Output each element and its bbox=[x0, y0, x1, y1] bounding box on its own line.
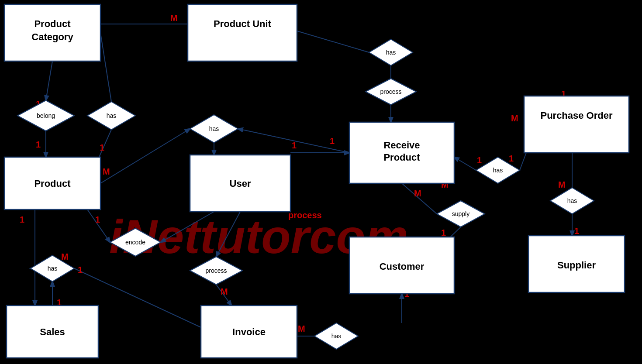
card-haspo2-sup-1: 1 bbox=[574, 226, 579, 236]
card-product-encode-1: 1 bbox=[95, 215, 100, 224]
diamond-has-po1-label: has bbox=[493, 167, 503, 174]
svg-line-5 bbox=[288, 28, 369, 52]
card-supply-cust-1: 1 bbox=[441, 228, 446, 237]
card-has-sales-m: M bbox=[61, 252, 69, 261]
card-has-inv-1: 1 bbox=[78, 265, 83, 275]
entity-product-category-label2: Category bbox=[31, 31, 73, 42]
entity-sales-label: Sales bbox=[40, 326, 65, 337]
svg-line-12 bbox=[520, 153, 526, 170]
entity-product-label: Product bbox=[34, 178, 71, 189]
entity-purchase-order-label1: Purchase Order bbox=[540, 110, 613, 121]
diamond-process-inv-label: process bbox=[205, 267, 227, 274]
card-belong-product-1: 1 bbox=[36, 140, 41, 149]
card-inv-hasinv-m: M bbox=[298, 324, 305, 333]
diamond-has-sales-label: has bbox=[48, 265, 58, 272]
diamond-has-pc-label: has bbox=[107, 112, 117, 119]
entity-product-unit bbox=[188, 4, 297, 61]
svg-line-2 bbox=[100, 33, 111, 102]
card-procinv-m: M bbox=[221, 287, 228, 296]
card-po-haspo1-1: 1 bbox=[509, 154, 514, 163]
diamond-has-user-label: has bbox=[209, 125, 219, 132]
card-rp-hasuser-1: 1 bbox=[330, 136, 335, 146]
entity-purchase-order bbox=[524, 96, 629, 153]
card-product-sales-1: 1 bbox=[20, 215, 24, 224]
diamond-supply-label: supply bbox=[452, 210, 469, 217]
card-pc-pu-m: M bbox=[170, 13, 178, 23]
diamond-has-inv-label: has bbox=[331, 333, 342, 340]
entity-product-unit-label1: Product Unit bbox=[214, 18, 272, 29]
entity-invoice-label: Invoice bbox=[232, 326, 266, 337]
entity-supplier-label: Supplier bbox=[557, 260, 596, 271]
diamond-has-po2-label: has bbox=[567, 197, 577, 204]
entity-customer-label: Customer bbox=[380, 261, 425, 272]
card-user-rp-1: 1 bbox=[292, 141, 297, 150]
svg-line-13 bbox=[454, 157, 476, 170]
entity-product-category-label1: Product bbox=[34, 18, 71, 29]
card-haspo1-rp-1: 1 bbox=[477, 155, 482, 165]
card-rp-supply-m: M bbox=[414, 189, 421, 198]
svg-line-8 bbox=[100, 129, 190, 183]
card-process-label: process bbox=[288, 210, 322, 220]
diamond-process-top-label: process bbox=[380, 88, 401, 95]
svg-line-0 bbox=[46, 61, 52, 100]
card-haspc-product-1: 1 bbox=[100, 143, 104, 152]
diamond-belong-label: belong bbox=[37, 112, 55, 119]
diamond-encode-label: encode bbox=[125, 239, 145, 246]
card-po-haspo2-m2: M bbox=[558, 180, 566, 189]
entity-receive-product-label2: Product bbox=[383, 152, 420, 163]
card-po-haspo2-m: M bbox=[511, 113, 518, 123]
entity-receive-product-label1: Receive bbox=[383, 140, 420, 151]
diamond-has-pu-label: has bbox=[386, 49, 396, 56]
entity-user-label: User bbox=[230, 178, 251, 189]
card-product-hasuser-m: M bbox=[103, 167, 110, 176]
